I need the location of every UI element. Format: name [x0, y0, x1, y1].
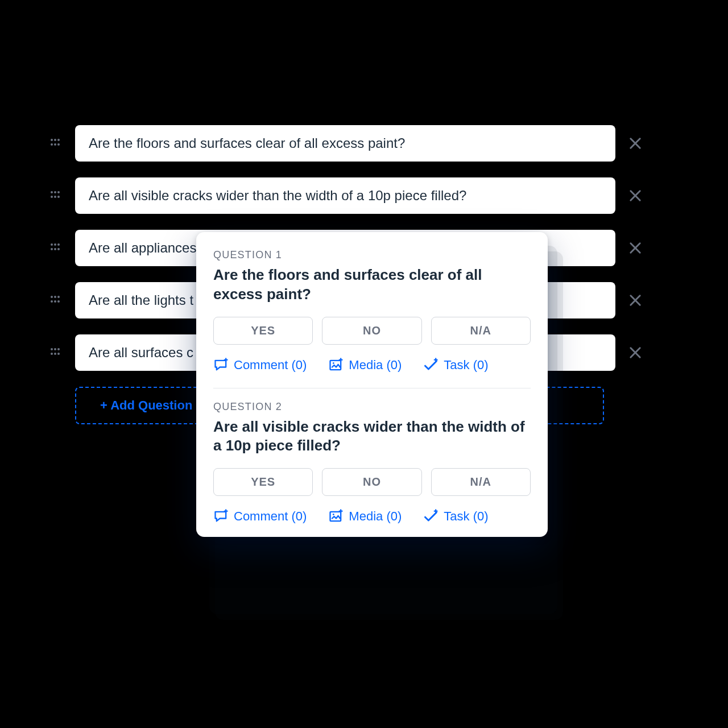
svg-point-21	[51, 300, 53, 303]
task-action[interactable]: Task (0)	[423, 508, 488, 524]
question-title: Are all visible cracks wider than the wi…	[213, 417, 531, 456]
preview-question: QUESTION 2 Are all visible cracks wider …	[213, 401, 531, 525]
answer-na-button[interactable]: N/A	[431, 317, 531, 345]
drag-handle-icon[interactable]	[47, 241, 64, 255]
svg-point-5	[57, 143, 60, 146]
task-label: Task (0)	[444, 358, 488, 373]
svg-point-10	[54, 196, 56, 198]
svg-point-0	[51, 139, 53, 141]
task-icon	[423, 357, 439, 373]
question-row: Are the floors and surfaces clear of all…	[47, 125, 644, 162]
comment-icon	[213, 508, 229, 524]
svg-point-15	[51, 248, 53, 250]
svg-point-12	[51, 243, 53, 246]
comment-icon	[213, 357, 229, 373]
svg-point-8	[57, 191, 60, 193]
question-text-field[interactable]: Are all visible cracks wider than the wi…	[75, 177, 615, 214]
drag-handle-icon[interactable]	[47, 136, 64, 150]
svg-point-14	[57, 243, 60, 246]
svg-point-23	[57, 300, 60, 303]
comment-action[interactable]: Comment (0)	[213, 508, 307, 524]
svg-point-29	[57, 353, 60, 355]
svg-point-11	[57, 196, 60, 198]
svg-point-4	[54, 143, 56, 146]
svg-point-17	[57, 248, 60, 250]
svg-point-25	[54, 348, 56, 350]
answer-yes-button[interactable]: YES	[213, 468, 313, 496]
media-label: Media (0)	[349, 509, 402, 524]
answer-no-button[interactable]: NO	[322, 468, 421, 496]
question-label: QUESTION 1	[213, 249, 531, 261]
task-icon	[423, 508, 439, 524]
svg-point-27	[51, 353, 53, 355]
delete-question-button[interactable]	[627, 344, 644, 361]
svg-point-6	[51, 191, 53, 193]
svg-point-31	[333, 362, 334, 364]
question-row: Are all visible cracks wider than the wi…	[47, 177, 644, 214]
task-label: Task (0)	[444, 509, 488, 524]
svg-point-24	[51, 348, 53, 350]
comment-label: Comment (0)	[234, 509, 307, 524]
media-action[interactable]: Media (0)	[328, 508, 402, 524]
svg-point-26	[57, 348, 60, 350]
question-label: QUESTION 2	[213, 401, 531, 413]
media-action[interactable]: Media (0)	[328, 357, 402, 373]
drag-handle-icon[interactable]	[47, 346, 64, 359]
media-icon	[328, 508, 344, 524]
svg-point-9	[51, 196, 53, 198]
answer-yes-button[interactable]: YES	[213, 317, 313, 345]
delete-question-button[interactable]	[627, 187, 644, 204]
delete-question-button[interactable]	[627, 292, 644, 309]
drag-handle-icon[interactable]	[47, 189, 64, 202]
svg-point-13	[54, 243, 56, 246]
svg-point-20	[57, 296, 60, 298]
svg-point-16	[54, 248, 56, 250]
task-action[interactable]: Task (0)	[423, 357, 488, 373]
media-label: Media (0)	[349, 358, 402, 373]
divider	[213, 388, 531, 388]
action-links: Comment (0) Media (0) Task (0)	[213, 508, 531, 524]
action-links: Comment (0) Media (0) Task (0)	[213, 357, 531, 373]
svg-point-3	[51, 143, 53, 146]
answer-no-button[interactable]: NO	[322, 317, 421, 345]
answer-na-button[interactable]: N/A	[431, 468, 531, 496]
answer-buttons: YES NO N/A	[213, 468, 531, 496]
comment-label: Comment (0)	[234, 358, 307, 373]
svg-point-28	[54, 353, 56, 355]
svg-point-7	[54, 191, 56, 193]
svg-point-1	[54, 139, 56, 141]
drag-handle-icon[interactable]	[47, 293, 64, 307]
delete-question-button[interactable]	[627, 239, 644, 257]
svg-point-2	[57, 139, 60, 141]
question-text-field[interactable]: Are the floors and surfaces clear of all…	[75, 125, 615, 162]
comment-action[interactable]: Comment (0)	[213, 357, 307, 373]
delete-question-button[interactable]	[627, 135, 644, 152]
answer-buttons: YES NO N/A	[213, 317, 531, 345]
question-title: Are the floors and surfaces clear of all…	[213, 266, 531, 304]
question-preview-card: QUESTION 1 Are the floors and surfaces c…	[196, 232, 548, 537]
svg-point-19	[54, 296, 56, 298]
media-icon	[328, 357, 344, 373]
preview-question: QUESTION 1 Are the floors and surfaces c…	[213, 249, 531, 373]
svg-point-33	[333, 514, 334, 515]
svg-point-22	[54, 300, 56, 303]
svg-point-18	[51, 296, 53, 298]
